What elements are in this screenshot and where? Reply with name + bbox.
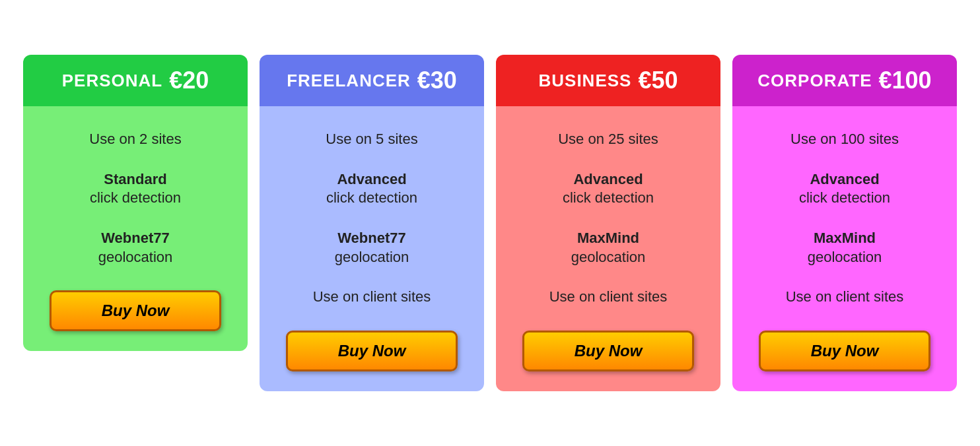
buy-now-button-business[interactable]: Buy Now <box>522 331 694 371</box>
feature-item: Webnet77geolocation <box>335 229 409 267</box>
plan-name-personal: Personal <box>62 71 162 91</box>
feature-item: Use on client sites <box>549 288 668 307</box>
feature-item: Use on 2 sites <box>89 130 181 149</box>
feature-item: Advancedclick detection <box>563 170 654 208</box>
plan-header-personal: Personal€20 <box>23 55 248 106</box>
plan-card-freelancer: Freelancer€30Use on 5 sitesAdvancedclick… <box>260 55 484 391</box>
feature-item: Use on client sites <box>313 288 431 307</box>
feature-item: Advancedclick detection <box>326 170 417 208</box>
feature-item: Advancedclick detection <box>799 170 890 208</box>
buy-now-button-freelancer[interactable]: Buy Now <box>286 331 458 371</box>
plan-card-business: Business€50Use on 25 sitesAdvancedclick … <box>496 55 720 391</box>
plan-price-business: €50 <box>638 67 678 94</box>
plan-card-corporate: Corporate€100Use on 100 sitesAdvancedcli… <box>732 55 957 391</box>
feature-item: Use on 100 sites <box>790 130 899 149</box>
plan-body-corporate: Use on 100 sitesAdvancedclick detectionM… <box>732 106 957 391</box>
buy-now-button-personal[interactable]: Buy Now <box>50 290 221 331</box>
plan-name-corporate: Corporate <box>757 71 872 91</box>
plan-name-freelancer: Freelancer <box>287 71 411 91</box>
feature-item: Use on 5 sites <box>326 130 417 149</box>
feature-item: Standardclick detection <box>90 170 181 208</box>
plan-price-freelancer: €30 <box>417 67 457 94</box>
feature-item: Webnet77geolocation <box>98 229 173 267</box>
feature-item: MaxMindgeolocation <box>571 229 646 267</box>
plan-card-personal: Personal€20Use on 2 sitesStandardclick d… <box>23 55 248 351</box>
pricing-container: Personal€20Use on 2 sitesStandardclick d… <box>0 42 980 404</box>
feature-item: Use on 25 sites <box>558 130 658 149</box>
plan-header-business: Business€50 <box>496 55 720 106</box>
plan-header-freelancer: Freelancer€30 <box>260 55 484 106</box>
plan-price-personal: €20 <box>169 67 209 94</box>
plan-name-business: Business <box>539 71 632 91</box>
plan-price-corporate: €100 <box>879 67 932 94</box>
plan-body-business: Use on 25 sitesAdvancedclick detectionMa… <box>496 106 720 391</box>
buy-now-button-corporate[interactable]: Buy Now <box>759 331 930 371</box>
feature-item: MaxMindgeolocation <box>808 229 882 267</box>
plan-body-personal: Use on 2 sitesStandardclick detectionWeb… <box>23 106 248 351</box>
plan-header-corporate: Corporate€100 <box>732 55 957 106</box>
feature-item: Use on client sites <box>786 288 904 307</box>
plan-body-freelancer: Use on 5 sitesAdvancedclick detectionWeb… <box>260 106 484 391</box>
